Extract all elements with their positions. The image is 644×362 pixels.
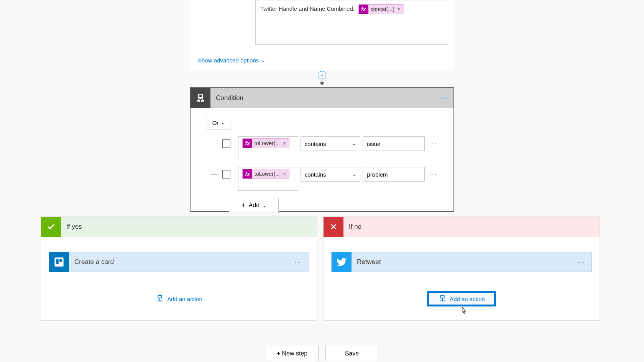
retweet-action[interactable]: Retweet ··· — [331, 252, 592, 272]
condition-icon-box — [191, 88, 210, 108]
action-menu-button[interactable]: ··· — [577, 259, 585, 265]
add-action-text: Add an action — [450, 296, 485, 302]
arrow-stem — [322, 79, 322, 82]
save-text: Save — [345, 350, 359, 357]
compose-action-card: Twitter Handle and Name Combined: fx con… — [190, 0, 454, 70]
chevron-down-icon: ⌄ — [263, 203, 266, 208]
add-action-icon — [156, 295, 164, 303]
add-action-icon — [438, 295, 447, 303]
svg-rect-10 — [158, 296, 162, 298]
x-icon — [330, 223, 337, 231]
token-remove-icon[interactable]: × — [397, 5, 404, 13]
add-action-button-no[interactable]: Add an action — [427, 291, 496, 306]
if-yes-title: If yes — [66, 223, 82, 231]
add-action-button-yes[interactable]: Add an action — [145, 291, 214, 306]
if-yes-header: If yes — [41, 217, 317, 237]
chevron-down-icon: ⌄ — [352, 141, 356, 146]
operator-text: contains — [305, 171, 326, 178]
field-label: Twitter Handle and Name Combined: — [260, 5, 355, 12]
chevron-down-icon: ⌄ — [261, 57, 266, 64]
bottom-buttons: + New step Save — [0, 346, 644, 361]
svg-rect-0 — [199, 94, 202, 97]
create-card-action[interactable]: Create a card ··· — [49, 252, 309, 272]
condition-row-menu[interactable]: ··· — [429, 140, 437, 146]
svg-rect-5 — [197, 100, 199, 102]
trello-icon-box — [49, 252, 69, 272]
tolower-expression-token[interactable]: fx toLower(... × — [242, 138, 289, 148]
condition-row-checkbox[interactable] — [222, 139, 230, 148]
condition-card: Condition ··· Or ⌄ fx toLower(... × cont… — [190, 87, 454, 212]
twitter-icon — [336, 257, 347, 267]
action-title: Create a card — [74, 258, 295, 266]
tolower-expression-token[interactable]: fx toLower(... × — [242, 169, 289, 179]
condition-row-checkbox[interactable] — [222, 170, 230, 179]
condition-row: fx toLower(... × contains ⌄ ··· — [210, 167, 437, 191]
if-no-header: If no — [324, 217, 600, 237]
condition-header[interactable]: Condition ··· — [191, 88, 453, 108]
fx-icon: fx — [243, 169, 252, 179]
tree-line — [210, 147, 219, 175]
field-textarea[interactable]: Twitter Handle and Name Combined: fx con… — [255, 0, 448, 45]
show-advanced-options-link[interactable]: Show advanced options ⌄ — [198, 57, 266, 64]
if-no-branch: If no Retweet ··· Add an action — [323, 216, 600, 321]
condition-title: Condition — [216, 94, 439, 102]
trello-icon — [54, 257, 64, 267]
no-icon-box — [324, 217, 343, 237]
logic-operator-text: Or — [212, 120, 219, 126]
add-condition-button[interactable]: + Add ⌄ — [229, 198, 279, 213]
chevron-down-icon: ⌄ — [221, 120, 225, 125]
condition-value-right[interactable] — [363, 167, 425, 182]
token-text: concat(...) — [368, 5, 397, 13]
condition-value-left[interactable]: fx toLower(... × — [238, 136, 298, 160]
action-menu-button[interactable]: ··· — [295, 259, 303, 265]
tree-line — [210, 129, 219, 144]
condition-operator-select[interactable]: contains ⌄ — [301, 167, 361, 182]
fx-icon: fx — [359, 5, 368, 14]
insert-step-button[interactable]: + — [318, 71, 326, 79]
adv-link-text: Show advanced options — [198, 57, 259, 64]
cursor-pointer-icon — [460, 306, 467, 316]
svg-rect-6 — [202, 100, 204, 102]
action-title: Retweet — [357, 258, 577, 266]
save-button[interactable]: Save — [325, 346, 378, 361]
condition-value-right[interactable] — [363, 136, 425, 151]
token-remove-icon[interactable]: × — [282, 139, 289, 147]
svg-rect-7 — [54, 257, 63, 266]
twitter-icon-box — [332, 252, 352, 272]
flow-connector: + — [318, 71, 326, 87]
check-icon — [46, 222, 56, 231]
concat-expression-token[interactable]: fx concat(...) × — [358, 4, 404, 14]
add-label: Add — [249, 202, 260, 209]
condition-operator-select[interactable]: contains ⌄ — [301, 136, 361, 151]
svg-rect-8 — [56, 259, 59, 264]
if-no-title: If no — [349, 223, 361, 231]
arrow-head-icon — [320, 82, 324, 85]
chevron-down-icon: ⌄ — [352, 172, 356, 177]
new-step-button[interactable]: + New step — [266, 346, 319, 361]
operator-text: contains — [305, 141, 326, 147]
condition-icon — [196, 93, 205, 103]
if-yes-branch: If yes Create a card ··· Add an action — [41, 216, 317, 321]
yes-icon-box — [41, 217, 61, 237]
condition-row: fx toLower(... × contains ⌄ ··· — [210, 136, 437, 160]
logic-operator-select[interactable]: Or ⌄ — [207, 116, 230, 129]
condition-body: Or ⌄ fx toLower(... × contains ⌄ ··· — [191, 108, 453, 221]
token-remove-icon[interactable]: × — [282, 170, 289, 178]
fx-icon: fx — [243, 139, 252, 148]
token-text: toLower(... — [252, 139, 282, 147]
new-step-text: + New step — [277, 350, 307, 357]
svg-rect-9 — [59, 259, 62, 262]
svg-rect-13 — [441, 296, 444, 298]
condition-menu-button[interactable]: ··· — [439, 95, 447, 101]
condition-row-menu[interactable]: ··· — [429, 171, 437, 177]
token-text: toLower(... — [252, 170, 282, 178]
condition-value-left[interactable]: fx toLower(... × — [238, 167, 298, 191]
plus-icon: + — [241, 201, 246, 210]
add-action-text: Add an action — [167, 296, 202, 302]
